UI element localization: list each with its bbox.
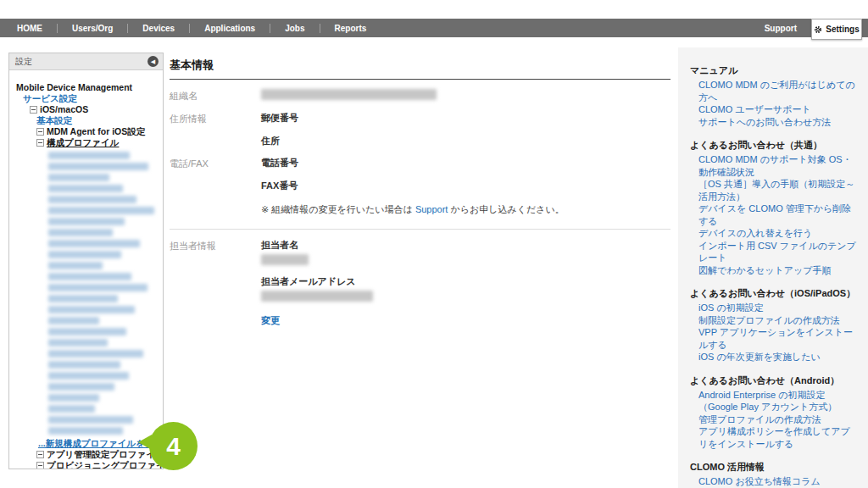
org-change-note: ※ 組織情報の変更を行いたい場合は Support からお申し込みください。	[261, 203, 565, 216]
redacted-profile-item[interactable]	[48, 361, 120, 369]
change-link[interactable]: 変更	[261, 314, 280, 327]
redacted-profile-item[interactable]	[48, 350, 143, 358]
sidebar-header: 設定 ◀	[9, 53, 163, 70]
section-divider	[170, 229, 670, 230]
help-link[interactable]: Android Enterprise の初期設定（Google Play アカウ…	[698, 389, 860, 413]
fax-label: FAX番号	[261, 180, 565, 192]
step-4-badge: 4	[149, 422, 198, 470]
gear-icon	[814, 25, 822, 34]
basic-info-panel: 基本情報 組織名 住所情報 郵便番号 住所 電話/FAX 電話番号 FAX番号 …	[170, 58, 670, 327]
tree-item-app-mgmt-profile[interactable]: アプリ管理設定プロファイル	[47, 449, 164, 460]
note-suffix: からお申し込みください。	[448, 204, 564, 214]
help-link[interactable]: サポートへのお問い合わせ方法	[698, 116, 860, 129]
redacted-profile-item[interactable]	[48, 416, 133, 424]
zip-label: 郵便番号	[261, 112, 298, 125]
help-link[interactable]: CLOMO ユーザーサポート	[698, 103, 860, 116]
help-heading: よくあるお問い合わせ（Android）	[690, 374, 860, 387]
org-name-label: 組織名	[170, 89, 261, 103]
redacted-profile-item[interactable]	[48, 218, 125, 225]
contact-email-value-redacted	[261, 291, 373, 302]
redacted-profile-item[interactable]	[48, 383, 114, 391]
tree-item-service-settings[interactable]: サービス設定	[23, 93, 77, 104]
settings-tab[interactable]: Settings	[811, 19, 862, 40]
nav-item-jobs[interactable]: Jobs	[270, 24, 319, 33]
help-link[interactable]: デバイスの入れ替えを行う	[698, 227, 860, 240]
nav-item-applications[interactable]: Applications	[190, 24, 270, 33]
help-link[interactable]: iOS の年次更新を実施したい	[698, 351, 860, 363]
contact-name-value-redacted	[261, 254, 309, 265]
help-heading: よくあるお問い合わせ（共通）	[690, 139, 860, 152]
address-row: 住所情報 郵便番号 住所	[170, 112, 670, 147]
tree-collapse-icon[interactable]	[36, 451, 44, 458]
support-note-link[interactable]: Support	[415, 204, 448, 214]
tree-item-basic-settings[interactable]: 基本設定	[36, 115, 72, 126]
redacted-profile-item[interactable]	[48, 317, 99, 324]
redacted-profile-item[interactable]	[48, 306, 135, 313]
help-panel: マニュアル CLOMO MDM のご利用がはじめての方へ CLOMO ユーザーサ…	[678, 47, 868, 488]
help-link[interactable]: アプリ構成ポリシーを作成してアプリをインストールする	[698, 425, 860, 450]
help-link[interactable]: iOS の初期設定	[698, 302, 860, 314]
redacted-profile-list	[48, 152, 159, 435]
contact-row: 担当者情報 担当者名 担当者メールアドレス 変更	[170, 239, 670, 327]
help-section-clomo-info: CLOMO 活用情報 CLOMO お役立ち情報コラム CLOMO オンラインセミ…	[690, 461, 860, 488]
phone-label: 電話番号	[261, 157, 565, 169]
settings-sidebar: 設定 ◀ Mobile Device Management サービス設定 iOS…	[8, 53, 164, 469]
tree-collapse-icon[interactable]	[30, 106, 37, 114]
settings-tree: Mobile Device Management サービス設定 iOS/macO…	[9, 70, 163, 469]
help-link[interactable]: CLOMO MDM のサポート対象 OS・動作確認状況	[698, 153, 860, 178]
redacted-profile-item[interactable]	[48, 174, 109, 181]
help-section-faq-android: よくあるお問い合わせ（Android） Android Enterprise の…	[690, 374, 860, 451]
redacted-profile-item[interactable]	[48, 284, 147, 291]
redacted-profile-item[interactable]	[48, 273, 131, 280]
redacted-profile-item[interactable]	[48, 152, 130, 159]
nav-item-users-org[interactable]: Users/Org	[58, 24, 127, 33]
redacted-profile-item[interactable]	[48, 196, 136, 203]
tree-collapse-icon[interactable]	[36, 139, 44, 147]
redacted-profile-item[interactable]	[48, 339, 108, 347]
redacted-profile-item[interactable]	[48, 207, 154, 214]
help-link[interactable]: CLOMO MDM のご利用がはじめての方へ	[698, 79, 860, 103]
redacted-profile-item[interactable]	[48, 251, 121, 258]
sidebar-collapse-icon[interactable]: ◀	[147, 56, 159, 67]
help-link[interactable]: VPP アプリケーションをインストールする	[698, 326, 860, 351]
redacted-profile-item[interactable]	[48, 372, 129, 380]
redacted-profile-item[interactable]	[48, 163, 148, 170]
redacted-profile-item[interactable]	[48, 427, 123, 435]
tree-item-config-profile[interactable]: 構成プロファイル	[47, 137, 119, 148]
contact-email-label: 担当者メールアドレス	[261, 275, 373, 288]
help-link[interactable]: 図解でわかるセットアップ手順	[698, 264, 860, 277]
help-section-faq-ios: よくあるお問い合わせ（iOS/iPadOS） iOS の初期設定 制限設定プロフ…	[690, 287, 860, 363]
nav-item-devices[interactable]: Devices	[128, 24, 189, 33]
redacted-profile-item[interactable]	[48, 295, 118, 302]
redacted-profile-item[interactable]	[48, 405, 95, 413]
redacted-profile-item[interactable]	[48, 185, 123, 192]
nav-item-reports[interactable]: Reports	[320, 24, 381, 33]
help-link[interactable]: デバイスを CLOMO 管理下から削除する	[698, 202, 860, 227]
phone-fax-row: 電話/FAX 電話番号 FAX番号 ※ 組織情報の変更を行いたい場合は Supp…	[170, 157, 670, 216]
redacted-profile-item[interactable]	[48, 328, 126, 336]
help-heading: CLOMO 活用情報	[690, 461, 860, 474]
support-link[interactable]: Support	[765, 24, 797, 33]
org-name-value-redacted	[261, 89, 437, 100]
help-link[interactable]: インポート用 CSV ファイルのテンプレート	[698, 240, 860, 264]
nav-item-home[interactable]: HOME	[17, 24, 57, 33]
redacted-profile-item[interactable]	[48, 394, 99, 402]
help-link[interactable]: ［OS 共通］導入の手順（初期設定～活用方法）	[698, 178, 860, 202]
help-link[interactable]: CLOMO お役立ち情報コラム	[698, 475, 860, 488]
page-title: 基本情報	[170, 58, 670, 80]
help-link[interactable]: 制限設定プロファイルの作成方法	[698, 314, 860, 327]
help-heading: よくあるお問い合わせ（iOS/iPadOS）	[690, 287, 860, 300]
tree-collapse-icon[interactable]	[36, 128, 44, 136]
address-label: 住所情報	[170, 112, 261, 147]
redacted-profile-item[interactable]	[48, 262, 103, 269]
tree-item-mdm-agent[interactable]: MDM Agent for iOS設定	[47, 126, 145, 137]
help-link[interactable]: 管理プロファイルの作成方法	[698, 413, 860, 426]
tree-item-provisioning-profile[interactable]: プロビジョニングプロファイル	[47, 460, 164, 469]
tree-collapse-icon[interactable]	[36, 462, 44, 469]
redacted-profile-item[interactable]	[48, 240, 140, 247]
note-prefix: ※ 組織情報の変更を行いたい場合は	[261, 204, 415, 214]
contact-name-label: 担当者名	[261, 239, 373, 252]
tree-item-ios-macos[interactable]: iOS/macOS	[40, 104, 88, 115]
redacted-profile-item[interactable]	[48, 229, 113, 236]
help-section-manual: マニュアル CLOMO MDM のご利用がはじめての方へ CLOMO ユーザーサ…	[690, 64, 860, 128]
